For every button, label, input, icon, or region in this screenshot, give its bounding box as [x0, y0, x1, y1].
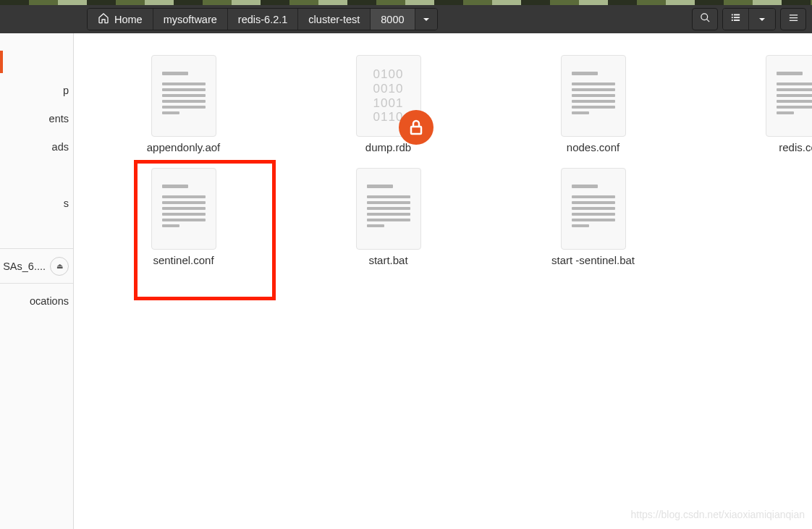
menu-icon: [788, 12, 799, 26]
chevron-down-icon: [423, 13, 430, 26]
sidebar-separator: [0, 283, 73, 284]
sidebar-item-other-locations[interactable]: ocations: [0, 287, 73, 315]
svg-rect-4: [734, 17, 740, 18]
text-file-icon: [766, 55, 813, 137]
file-item[interactable]: appendonly.aof: [81, 55, 286, 153]
file-label: redis.co: [779, 141, 812, 153]
sidebar-item-recent[interactable]: [0, 48, 73, 76]
breadcrumb-item-8000[interactable]: 8000: [371, 9, 415, 30]
file-item[interactable]: redis.co: [695, 55, 812, 153]
sidebar-item-documents[interactable]: ents: [0, 104, 73, 132]
window-top-strip: [0, 0, 812, 5]
svg-rect-1: [732, 14, 733, 16]
search-icon: [700, 12, 711, 26]
breadcrumb-item-redis[interactable]: redis-6.2.1: [228, 9, 299, 30]
breadcrumb-item-mysoftware[interactable]: mysoftware: [153, 9, 228, 30]
sidebar-item-label: ads: [52, 141, 69, 153]
file-grid: appendonly.aof0100001010010110dump.rdbno…: [74, 55, 812, 266]
view-dropdown-button[interactable]: [749, 9, 775, 30]
toolbar: Home mysoftware redis-6.2.1 cluster-test…: [0, 5, 812, 33]
watermark-text: https://blog.csdn.net/xiaoxiamiqianqian: [631, 509, 805, 520]
sidebar-item-label: s: [64, 198, 69, 209]
sidebar-item-device[interactable]: SAs_6.... ⏏: [0, 252, 73, 280]
svg-rect-3: [732, 17, 733, 18]
file-item[interactable]: nodes.conf: [491, 55, 695, 153]
list-view-button[interactable]: [723, 9, 749, 30]
svg-rect-7: [411, 127, 421, 134]
file-item[interactable]: start.bat: [286, 168, 491, 266]
file-label: appendonly.aof: [147, 141, 220, 153]
binary-file-icon: 0100001010010110: [356, 55, 421, 137]
search-button[interactable]: [692, 8, 718, 30]
sidebar-item-label: ents: [49, 113, 69, 124]
file-label: sentinel.conf: [153, 254, 213, 266]
file-view: appendonly.aof0100001010010110dump.rdbno…: [74, 33, 812, 529]
chevron-down-icon: [758, 13, 766, 26]
list-icon: [730, 12, 741, 26]
sidebar-item-pictures[interactable]: s: [0, 189, 73, 217]
svg-point-0: [701, 14, 707, 20]
text-file-icon: [356, 168, 421, 250]
sidebar-item-downloads[interactable]: ads: [0, 132, 73, 161]
file-item[interactable]: start -sentinel.bat: [491, 168, 695, 266]
sidebar-item-label: ocations: [30, 295, 69, 307]
lock-icon: [399, 110, 434, 145]
file-item[interactable]: sentinel.conf: [81, 168, 286, 266]
svg-rect-6: [734, 20, 740, 21]
file-label: dump.rdb: [365, 141, 411, 153]
hamburger-menu-button[interactable]: [780, 8, 806, 30]
text-file-icon: [561, 168, 626, 250]
breadcrumb-dropdown[interactable]: [415, 9, 437, 30]
breadcrumb-label: 8000: [381, 14, 404, 25]
sidebar-item-music[interactable]: [0, 161, 73, 189]
breadcrumb-label: Home: [114, 14, 143, 25]
eject-icon[interactable]: ⏏: [50, 257, 69, 276]
sidebar-item-label: SAs_6....: [3, 261, 46, 272]
file-label: nodes.conf: [567, 141, 619, 153]
main-layout: p ents ads s SAs_6.... ⏏ ocations append…: [0, 33, 812, 529]
file-item[interactable]: 0100001010010110dump.rdb: [286, 55, 491, 153]
text-file-icon: [151, 168, 216, 250]
svg-rect-5: [732, 20, 733, 21]
breadcrumb: Home mysoftware redis-6.2.1 cluster-test…: [87, 8, 438, 30]
view-toggle-group: [722, 8, 776, 30]
breadcrumb-home[interactable]: Home: [88, 9, 153, 30]
sidebar: p ents ads s SAs_6.... ⏏ ocations: [0, 33, 74, 529]
sidebar-separator: [0, 248, 73, 249]
breadcrumb-label: mysoftware: [164, 14, 217, 25]
home-icon: [98, 12, 109, 26]
sidebar-item-desktop[interactable]: p: [0, 76, 73, 104]
text-file-icon: [561, 55, 626, 137]
file-label: start -sentinel.bat: [551, 254, 635, 266]
breadcrumb-label: cluster-test: [308, 14, 360, 25]
sidebar-item-videos[interactable]: [0, 217, 73, 245]
breadcrumb-item-cluster-test[interactable]: cluster-test: [298, 9, 371, 30]
sidebar-item-label: p: [63, 85, 69, 96]
breadcrumb-label: redis-6.2.1: [238, 14, 288, 25]
text-file-icon: [151, 55, 216, 137]
file-label: start.bat: [368, 254, 407, 266]
svg-rect-2: [734, 14, 740, 16]
